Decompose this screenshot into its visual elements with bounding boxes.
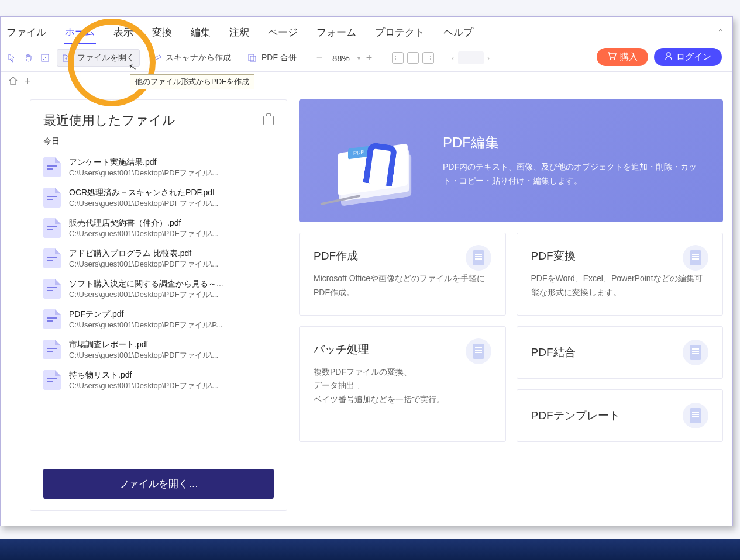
open-file-main-button[interactable]: ファイルを開く…: [43, 469, 274, 499]
home-tab-icon[interactable]: [9, 77, 18, 87]
prev-page-icon[interactable]: ‹: [452, 53, 455, 63]
file-item[interactable]: アドビ購入プログラム 比較表.pdf C:\Users\guest001\Des…: [43, 244, 274, 274]
toolbar: ファイルを開く スキャナから作成 PDF 合併 − 88% ▾ + ‹: [1, 44, 732, 72]
svg-rect-1: [249, 54, 254, 61]
card-title: PDFテンプレート: [531, 408, 620, 423]
feature-panel: PDF PDF編集 PDF内のテキスト、画像、及び他のオブジェクトを追加・削除・…: [299, 99, 723, 511]
menu-comment[interactable]: 注釈: [228, 23, 250, 44]
card-title: PDF変換: [531, 248, 709, 264]
login-button[interactable]: ログイン: [654, 48, 722, 66]
file-path: C:\Users\guest001\Desktop\PDFファイル\...: [69, 168, 218, 178]
edit-tool-icon[interactable]: [39, 52, 51, 64]
pdf-file-icon: [43, 370, 61, 390]
file-item[interactable]: 市場調査レポート.pdf C:\Users\guest001\Desktop\P…: [43, 335, 274, 365]
pdf-file-icon: [43, 157, 61, 177]
zoom-out-button[interactable]: −: [313, 51, 326, 64]
menu-home[interactable]: ホーム: [64, 23, 96, 44]
hero-illustration: PDF: [320, 117, 425, 205]
card-pdf-convert[interactable]: PDF変換 PDFをWord、Excel、PowerPointなどの編集可能な形…: [517, 233, 724, 316]
file-item[interactable]: 持ち物リスト.pdf C:\Users\guest001\Desktop\PDF…: [43, 365, 274, 396]
fit-controls: [392, 52, 434, 64]
card-desc: PDFをWord、Excel、PowerPointなどの編集可能な形式に変換しま…: [531, 272, 709, 300]
svg-point-3: [610, 58, 611, 60]
tab-bar: +: [1, 72, 732, 91]
menu-form[interactable]: フォーム: [315, 23, 357, 44]
file-name: 市場調査レポート.pdf: [69, 340, 218, 350]
open-file-label: ファイルを開く: [77, 53, 135, 63]
file-name: 販売代理店契約書（仲介）.pdf: [69, 218, 218, 229]
batch-icon: [466, 338, 491, 364]
template-icon: [683, 403, 708, 428]
scanner-icon: [150, 52, 162, 64]
file-item[interactable]: OCR処理済み－スキャンされたPDF.pdf C:\Users\guest001…: [43, 183, 274, 213]
briefcase-icon[interactable]: [263, 116, 274, 125]
fit-width-icon[interactable]: [392, 52, 404, 64]
file-name: ソフト購入決定に関する調査から見る～...: [69, 279, 223, 289]
page-nav: ‹ ›: [452, 51, 490, 64]
select-tool-icon[interactable]: [6, 52, 18, 64]
file-path: C:\Users\guest001\Desktop\PDFファイル\...: [69, 381, 218, 391]
recent-files-panel: 最近使用したファイル 今日 アンケート実施結果.pdf C:\Users\gue…: [30, 99, 287, 511]
pdf-file-icon: [43, 188, 61, 208]
file-name: PDFテンプ.pdf: [69, 309, 222, 320]
open-file-button[interactable]: ファイルを開く: [57, 49, 140, 67]
card-title: PDF作成: [314, 248, 491, 264]
today-label: 今日: [43, 136, 274, 147]
pdf-file-icon: [43, 218, 61, 238]
cursor-tools: [6, 52, 51, 64]
pdf-file-icon: [43, 248, 61, 268]
pdf-file-icon: [43, 340, 61, 359]
card-pdf-template[interactable]: PDFテンプレート: [517, 389, 724, 442]
card-desc: 複数PDFファイルの変換、 データ抽出 、 ベイツ番号追加などを一括で実行。: [314, 365, 491, 407]
file-path: C:\Users\guest001\Desktop\PDFファイル\...: [69, 289, 223, 300]
file-path: C:\Users\guest001\Desktop\PDFファイル\...: [69, 259, 218, 269]
create-icon: [466, 245, 491, 271]
pdf-merge-button[interactable]: PDF 合併: [242, 50, 301, 66]
card-pdf-create[interactable]: PDF作成 Microsoft Officeや画像などのファイルを手軽にPDF作…: [299, 233, 506, 316]
buy-button[interactable]: 購入: [597, 48, 648, 66]
convert-icon: [683, 245, 708, 271]
create-from-scanner-button[interactable]: スキャナから作成: [146, 50, 236, 66]
cart-icon: [607, 52, 617, 62]
hero-desc: PDF内のテキスト、画像、及び他のオブジェクトを追加・削除・カット・コピー・貼り…: [443, 160, 702, 188]
fit-page-icon[interactable]: [422, 52, 434, 64]
zoom-dropdown-icon[interactable]: ▾: [357, 55, 360, 61]
file-name: 持ち物リスト.pdf: [69, 370, 218, 381]
pdf-file-icon: [43, 309, 61, 329]
zoom-in-button[interactable]: +: [363, 51, 376, 64]
merge-icon: [246, 52, 258, 64]
new-tab-button[interactable]: +: [25, 75, 31, 88]
file-item[interactable]: ソフト購入決定に関する調査から見る～... C:\Users\guest001\…: [43, 274, 274, 305]
pdf-edit-hero[interactable]: PDF PDF編集 PDF内のテキスト、画像、及び他のオブジェクトを追加・削除・…: [299, 99, 723, 222]
fit-height-icon[interactable]: [407, 52, 419, 64]
menu-convert[interactable]: 変換: [151, 23, 173, 44]
user-icon: [665, 52, 673, 62]
menu-edit[interactable]: 編集: [190, 23, 212, 44]
menu-view[interactable]: 表示: [112, 23, 135, 44]
next-page-icon[interactable]: ›: [487, 53, 490, 63]
taskbar: [0, 539, 740, 560]
merge-label: PDF 合併: [261, 53, 297, 63]
file-list: アンケート実施結果.pdf C:\Users\guest001\Desktop\…: [43, 153, 274, 461]
card-title: PDF結合: [531, 345, 576, 360]
login-label: ログイン: [676, 51, 711, 63]
file-item[interactable]: 販売代理店契約書（仲介）.pdf C:\Users\guest001\Deskt…: [43, 213, 274, 244]
file-path: C:\Users\guest001\Desktop\PDFファイル\...: [69, 350, 218, 361]
file-item[interactable]: アンケート実施結果.pdf C:\Users\guest001\Desktop\…: [43, 153, 274, 183]
card-batch[interactable]: バッチ処理 複数PDFファイルの変換、 データ抽出 、 ベイツ番号追加などを一括…: [299, 326, 506, 442]
folder-plus-icon: [62, 52, 74, 64]
menu-help[interactable]: ヘルプ: [442, 23, 474, 44]
menu-page[interactable]: ページ: [267, 23, 299, 44]
combine-icon: [683, 340, 708, 365]
zoom-value[interactable]: 88%: [328, 53, 354, 63]
feature-cards: PDF作成 Microsoft Officeや画像などのファイルを手軽にPDF作…: [299, 233, 723, 442]
hand-tool-icon[interactable]: [23, 52, 35, 64]
menu-protect[interactable]: プロテクト: [374, 23, 426, 44]
menu-file[interactable]: ファイル: [5, 23, 47, 44]
collapse-ribbon-icon[interactable]: ⌃: [717, 27, 724, 37]
file-item[interactable]: PDFテンプ.pdf C:\Users\guest001\Desktop\PDF…: [43, 305, 274, 335]
file-path: C:\Users\guest001\Desktop\PDFファイル\...: [69, 198, 218, 209]
card-pdf-combine[interactable]: PDF結合: [517, 326, 724, 379]
page-number-input[interactable]: [458, 51, 484, 64]
app-window: ファイル ホーム 表示 変換 編集 注釈 ページ フォーム プロテクト ヘルプ …: [0, 16, 733, 526]
